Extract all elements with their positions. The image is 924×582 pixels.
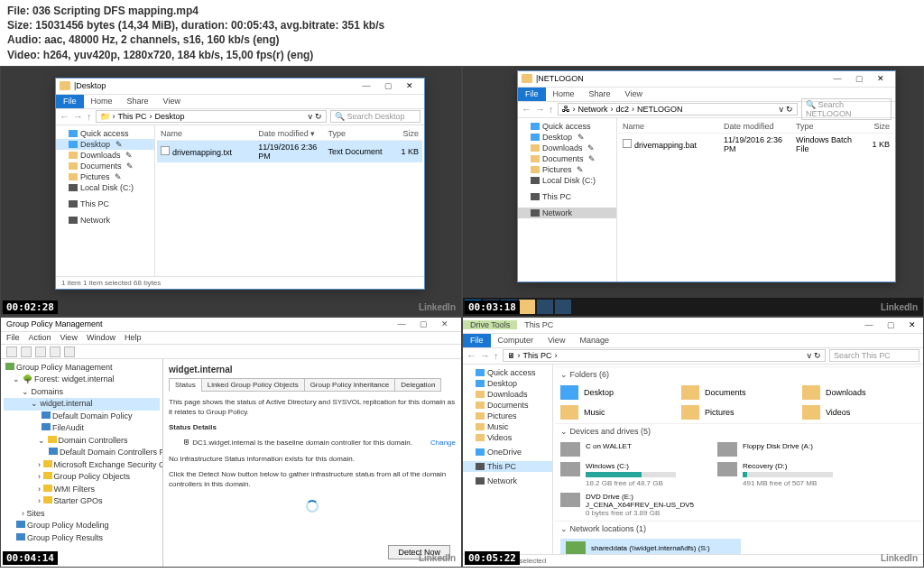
frame-4: Drive Tools This PC — ▢ ✕ File Computer … (462, 317, 924, 568)
detail-heading: widget.internal (169, 365, 456, 374)
taskbar-app-icon[interactable] (555, 300, 571, 314)
section-folders[interactable]: ⌄ Folders (6) (555, 366, 921, 382)
frame-2: | NETLOGON — ▢ ✕ File Home Share View ← … (462, 66, 924, 317)
taskbar[interactable] (463, 298, 923, 316)
loading-spinner (306, 500, 319, 513)
ribbon-home[interactable]: Home (546, 89, 582, 98)
address-bar[interactable]: 🖧›Network›dc2›NETLOGON v↻ (558, 103, 799, 115)
nav-this-pc[interactable]: This PC (463, 461, 552, 472)
close-button[interactable]: ✕ (434, 317, 456, 331)
drive-recovery[interactable]: Recovery (D:)491 MB free of 507 MB (717, 462, 853, 487)
ribbon-manage[interactable]: Manage (572, 336, 616, 345)
contextual-tab[interactable]: Drive Tools (463, 320, 517, 329)
search-input[interactable]: 🔍 Search Desktop (330, 110, 420, 123)
frame-1: | Desktop — ▢ ✕ File Home Share View ← →… (0, 66, 462, 317)
up-button[interactable]: ↑ (87, 111, 92, 122)
file-row[interactable]: drivemapping.bat 11/19/2016 2:36 PM Wind… (619, 134, 893, 155)
minimize-button[interactable]: — (356, 79, 377, 93)
ribbon-file[interactable]: File (463, 334, 491, 347)
window-title: NETLOGON (538, 74, 584, 83)
section-network[interactable]: ⌄ Network locations (1) (555, 521, 921, 536)
folder-downloads[interactable]: Downloads (802, 385, 901, 400)
status-bar: 12 items 1 item selected (463, 554, 923, 567)
network-location-selected[interactable]: shareddata (\\widget.internal\dfs) (S:) (560, 539, 741, 554)
section-devices[interactable]: ⌄ Devices and drives (5) (555, 423, 921, 439)
watermark: LinkedIn (419, 553, 456, 563)
nav-desktop[interactable]: Desktop ✎ (56, 139, 154, 150)
ribbon-file[interactable]: File (56, 95, 84, 108)
watermark: LinkedIn (419, 302, 456, 312)
back-button[interactable]: ← (467, 350, 476, 361)
gpmc-titlebar[interactable]: Group Policy Management — ▢ ✕ (1, 318, 461, 332)
close-button[interactable]: ✕ (901, 318, 923, 332)
taskbar-app-icon[interactable] (537, 300, 553, 314)
media-info-header: File: 036 Scripting DFS mapping.mp4 Size… (0, 0, 924, 66)
change-link[interactable]: Change (430, 438, 456, 448)
console-tree[interactable]: Group Policy Management ⌄ 🌳 Forest: widg… (1, 359, 163, 567)
drive-floppy[interactable]: Floppy Disk Drive (A:) (717, 442, 853, 457)
txt-file-icon (161, 146, 170, 155)
window-titlebar[interactable]: | NETLOGON — ▢ ✕ (518, 71, 895, 88)
forward-button[interactable]: → (73, 111, 83, 122)
toolbar[interactable] (1, 345, 461, 359)
watermark: LinkedIn (881, 302, 918, 312)
close-button[interactable]: ✕ (399, 79, 420, 93)
folder-desktop[interactable]: Desktop (560, 385, 660, 400)
drive-wallet[interactable]: C on WALLET (560, 442, 696, 457)
frame-3: Group Policy Management — ▢ ✕ File Actio… (0, 317, 462, 568)
ribbon-share[interactable]: Share (120, 97, 156, 106)
search-input[interactable]: Search This PC (829, 349, 919, 362)
maximize-button[interactable]: ▢ (848, 71, 870, 86)
drive-dvd[interactable]: DVD Drive (E:)J_CENA_X64FREV_EN-US_DV50 … (560, 493, 696, 517)
search-input[interactable]: 🔍 Search NETLOGON (801, 98, 892, 120)
up-button[interactable]: ↑ (549, 104, 554, 115)
ribbon-view[interactable]: View (618, 89, 650, 98)
detail-pane: widget.internal Status Linked Group Poli… (163, 359, 461, 567)
folder-icon (522, 74, 532, 83)
nav-pane[interactable]: Quick access Desktop ✎ Downloads ✎ Docum… (56, 125, 155, 276)
folder-icon (60, 81, 70, 90)
maximize-button[interactable]: ▢ (412, 317, 434, 331)
minimize-button[interactable]: — (391, 317, 412, 331)
menu-bar[interactable]: File Action View Window Help (1, 332, 461, 345)
file-row[interactable]: drivemapping.txt 11/19/2016 2:36 PM Text… (157, 141, 422, 162)
maximize-button[interactable]: ▢ (880, 318, 901, 332)
taskbar-explorer-icon[interactable] (519, 300, 535, 314)
forward-button[interactable]: → (535, 104, 545, 115)
nav-pane[interactable]: Quick access Desktop Downloads Documents… (463, 365, 553, 554)
ribbon-view[interactable]: View (541, 336, 572, 345)
ribbon-computer[interactable]: Computer (491, 336, 541, 345)
bat-file-icon (623, 139, 632, 148)
close-button[interactable]: ✕ (870, 71, 892, 86)
network-drive-icon (566, 541, 586, 554)
tree-domain-selected[interactable]: ⌄ widget.internal (4, 398, 160, 411)
folder-pictures[interactable]: Pictures (681, 405, 781, 420)
maximize-button[interactable]: ▢ (377, 79, 399, 93)
detail-tabs[interactable]: Status Linked Group Policy Objects Group… (169, 378, 456, 392)
folder-documents[interactable]: Documents (681, 385, 781, 400)
ribbon-file[interactable]: File (518, 88, 546, 101)
nav-network[interactable]: Network (518, 208, 616, 218)
back-button[interactable]: ← (522, 104, 531, 115)
timestamp: 00:02:28 (3, 300, 58, 314)
folder-videos[interactable]: Videos (802, 405, 901, 420)
timestamp: 00:04:14 (3, 551, 58, 565)
back-button[interactable]: ← (60, 111, 69, 122)
address-bar[interactable]: 🖥›This PC›v↻ (503, 349, 827, 362)
forward-button[interactable]: → (480, 350, 490, 361)
minimize-button[interactable]: — (858, 318, 880, 332)
column-headers[interactable]: Name Date modified ▾ Type Size (157, 127, 422, 141)
ribbon-home[interactable]: Home (84, 97, 120, 106)
window-titlebar[interactable]: | Desktop — ▢ ✕ (56, 79, 424, 95)
drive-windows[interactable]: Windows (C:)18.2 GB free of 48.7 GB (560, 462, 696, 487)
up-button[interactable]: ↑ (494, 350, 499, 361)
folder-music[interactable]: Music (560, 405, 660, 420)
ribbon-view[interactable]: View (156, 97, 188, 106)
ribbon-share[interactable]: Share (582, 89, 618, 98)
column-headers[interactable]: Name Date modified Type Size (619, 120, 893, 134)
nav-pane[interactable]: Quick access Desktop ✎ Downloads ✎ Docum… (518, 118, 617, 282)
watermark: LinkedIn (881, 553, 918, 563)
timestamp: 00:05:22 (465, 551, 520, 565)
minimize-button[interactable]: — (827, 71, 848, 86)
address-bar[interactable]: 📁›This PC›Desktop v↻ (96, 110, 328, 123)
